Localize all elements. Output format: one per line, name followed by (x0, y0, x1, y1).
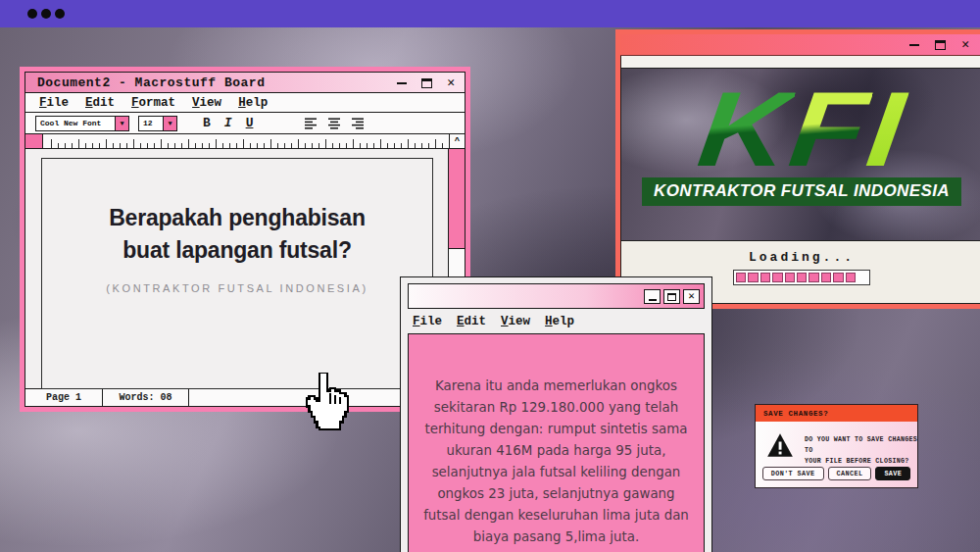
progress-segment (760, 273, 770, 282)
save-dialog-message: DO YOU WANT TO SAVE CHANGES TO YOUR FILE… (805, 434, 917, 468)
progress-segment (748, 273, 758, 282)
kfi-logo: KFI (692, 69, 912, 192)
window-dot-icon[interactable] (41, 9, 51, 19)
save-dialog-title-bar[interactable]: SAVE CHANGES? (756, 405, 917, 422)
minimize-icon (909, 43, 919, 46)
close-icon: ✕ (688, 291, 695, 302)
align-left-icon[interactable] (305, 118, 318, 129)
close-button[interactable]: ✕ (961, 38, 969, 51)
font-family-value: Cool New Font (36, 119, 115, 127)
progress-segment (808, 273, 818, 282)
font-size-value: 12 (139, 119, 163, 127)
window-dot-icon[interactable] (55, 9, 65, 19)
loading-label: Loading... (749, 250, 855, 265)
document-subheading: (KONTRAKTOR FUTSAL INDONESIA) (42, 282, 432, 294)
warning-icon (766, 432, 794, 458)
document-toolbar: Cool New Font ▼ 12 ▼ B I U (24, 112, 466, 135)
status-page: Page 1 (24, 388, 103, 407)
hand-pointer-cursor (304, 373, 351, 432)
progress-segment (736, 273, 746, 282)
progress-segment (785, 273, 795, 282)
menu-help[interactable]: Help (238, 96, 268, 110)
maximize-icon (421, 78, 432, 88)
maximize-icon (667, 293, 676, 301)
progress-segment (772, 273, 782, 282)
logo-letter-f: F (783, 70, 875, 188)
dont-save-button[interactable]: DON'T SAVE (762, 467, 824, 480)
info-window: ✕ File Edit View Help Karena itu anda me… (400, 276, 712, 552)
status-words: Words: 08 (102, 388, 190, 407)
menu-file[interactable]: File (39, 96, 69, 110)
menu-edit[interactable]: Edit (85, 96, 115, 110)
kfi-splash-area: KFI KONTRAKTOR FUTSAL INDONESIA (620, 69, 980, 240)
minimize-icon (649, 298, 657, 301)
close-icon: ✕ (447, 76, 455, 89)
logo-letter-k: K (692, 70, 798, 188)
underline-button[interactable]: U (246, 116, 254, 130)
minimize-button[interactable] (644, 289, 661, 304)
info-title-bar[interactable]: ✕ (408, 283, 705, 309)
minimize-icon (397, 81, 407, 84)
align-right-icon[interactable] (350, 118, 364, 129)
maximize-button[interactable] (421, 78, 432, 88)
document-canvas[interactable]: Berapakah penghabisan buat lapangan futs… (25, 149, 448, 389)
minimize-button[interactable] (397, 81, 407, 84)
minimize-button[interactable] (909, 43, 919, 46)
progress-track (733, 270, 870, 285)
document-menu-bar: File Edit Format View Help (24, 92, 466, 113)
progress-segment (797, 273, 807, 282)
progress-segment (846, 273, 856, 282)
align-center-icon[interactable] (327, 118, 341, 129)
progress-segment (833, 273, 843, 282)
browser-title-bar (0, 0, 980, 27)
info-body-text: Karena itu anda memerlukan ongkos sekita… (421, 376, 691, 548)
kfi-title-bar[interactable]: ✕ (620, 34, 980, 56)
save-button[interactable]: SAVE (875, 467, 910, 480)
document-title-bar[interactable]: Document2 - Macrostuff Board ✕ (24, 72, 466, 94)
kfi-window: ✕ KFI KONTRAKTOR FUTSAL INDONESIA Loadin… (615, 29, 980, 309)
close-icon: ✕ (961, 38, 969, 51)
maximize-button[interactable] (935, 40, 946, 50)
info-content: Karena itu anda memerlukan ongkos sekita… (408, 333, 705, 552)
save-dialog-title: SAVE CHANGES? (756, 410, 828, 418)
maximize-icon (935, 40, 946, 50)
bold-button[interactable]: B (203, 116, 211, 130)
font-family-select[interactable]: Cool New Font ▼ (35, 116, 129, 131)
italic-button[interactable]: I (224, 116, 232, 130)
info-menu-bar: File Edit View Help (408, 309, 705, 333)
menu-edit[interactable]: Edit (457, 315, 486, 328)
menu-view[interactable]: View (192, 96, 221, 110)
document-heading: Berapakah penghabisan buat lapangan futs… (42, 202, 432, 268)
document-page[interactable]: Berapakah penghabisan buat lapangan futs… (41, 158, 433, 389)
scrollbar-thumb[interactable] (449, 149, 465, 249)
cancel-button[interactable]: CANCEL (828, 467, 872, 480)
kfi-menu-strip (620, 56, 980, 69)
close-button[interactable]: ✕ (683, 289, 700, 304)
menu-view[interactable]: View (501, 315, 530, 328)
chevron-down-icon[interactable]: ▼ (115, 117, 128, 130)
maximize-button[interactable] (663, 289, 680, 304)
menu-format[interactable]: Format (131, 96, 175, 110)
document-title: Document2 - Macrostuff Board (25, 75, 265, 90)
progress-segment (821, 273, 831, 282)
menu-help[interactable]: Help (545, 315, 574, 328)
menu-file[interactable]: File (413, 315, 442, 328)
window-dot-icon[interactable] (27, 9, 37, 19)
chevron-down-icon[interactable]: ▼ (163, 117, 176, 130)
font-size-select[interactable]: 12 ▼ (138, 116, 177, 131)
save-dialog: SAVE CHANGES? DO YOU WANT TO SAVE CHANGE… (755, 404, 918, 488)
close-button[interactable]: ✕ (447, 76, 455, 89)
